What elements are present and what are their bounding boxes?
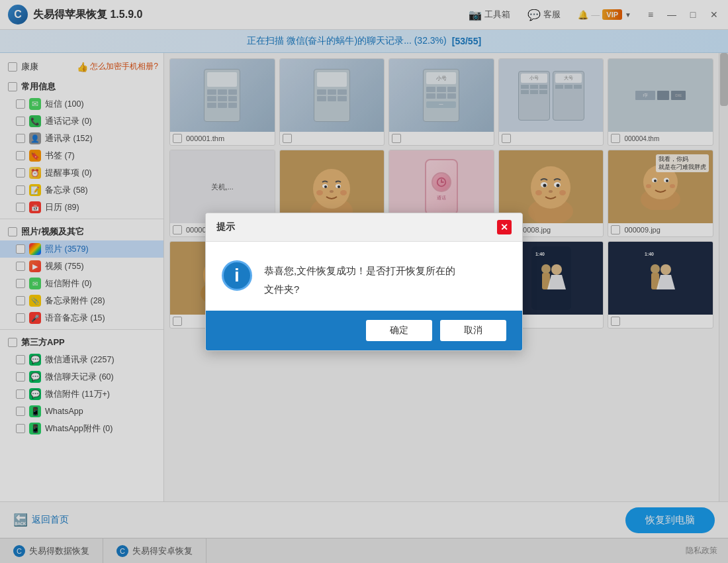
modal-message-line2: 文件夹? (264, 279, 455, 297)
modal-close-button[interactable]: ✕ (497, 220, 512, 234)
modal-body: i 恭喜您,文件恢复成功！是否打开恢复所在的 文件夹? (206, 242, 522, 311)
modal-title: 提示 (216, 221, 235, 233)
modal-cancel-button[interactable]: 取消 (440, 320, 506, 341)
modal-confirm-button[interactable]: 确定 (366, 320, 432, 341)
modal-info-icon: i (222, 260, 252, 291)
modal-overlay: 提示 ✕ i 恭喜您,文件恢复成功！是否打开恢复所在的 文件夹? 确定 取消 (0, 0, 728, 563)
modal-header: 提示 ✕ (206, 213, 522, 242)
modal-message-line1: 恭喜您,文件恢复成功！是否打开恢复所在的 (264, 260, 455, 279)
modal-dialog: 提示 ✕ i 恭喜您,文件恢复成功！是否打开恢复所在的 文件夹? 确定 取消 (205, 213, 523, 351)
modal-message: 恭喜您,文件恢复成功！是否打开恢复所在的 文件夹? (264, 260, 455, 297)
modal-footer: 确定 取消 (206, 311, 522, 350)
